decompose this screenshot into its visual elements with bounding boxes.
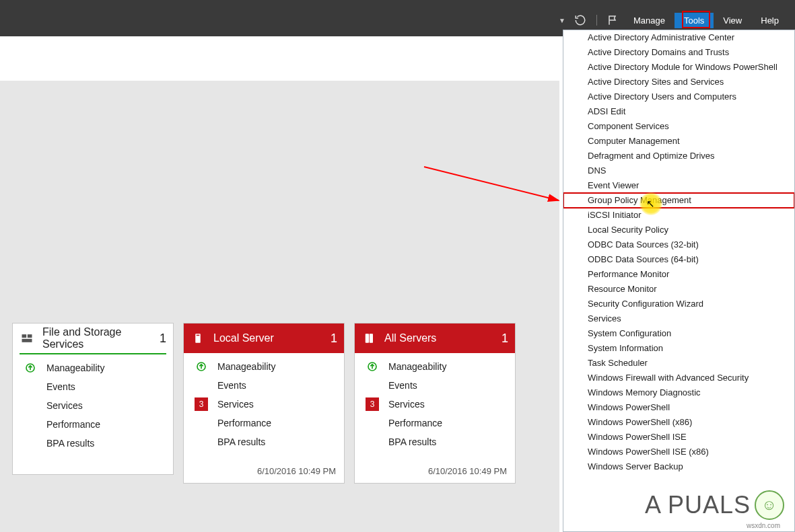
tools-menu-item[interactable]: Computer Management	[563, 134, 794, 149]
tile-row-events[interactable]: Events	[184, 376, 344, 395]
tile-row-performance[interactable]: Performance	[355, 414, 515, 432]
tile-count: 1	[502, 332, 508, 346]
menu-manage[interactable]: Manage	[624, 13, 675, 28]
tools-menu-item[interactable]: Local Security Policy	[563, 223, 794, 237]
server-icon	[191, 331, 205, 346]
tile-row-label: Performance	[388, 418, 442, 428]
flag-icon[interactable]	[605, 12, 621, 28]
tools-menu-item[interactable]: Group Policy Management	[563, 193, 794, 208]
svg-rect-7	[366, 334, 369, 343]
tools-menu-item[interactable]: Windows Memory Diagnostic	[563, 385, 794, 400]
tile-row-label: Performance	[217, 418, 271, 428]
tile-row-label: Performance	[46, 419, 100, 430]
tools-menu-item[interactable]: Windows PowerShell ISE	[563, 430, 794, 445]
tools-menu-item[interactable]: ODBC Data Sources (32-bit)	[563, 237, 794, 252]
tools-menu-item[interactable]: Active Directory Administrative Center	[563, 30, 794, 45]
tools-menu-item[interactable]: ODBC Data Sources (64-bit)	[563, 252, 794, 267]
tools-menu-item[interactable]: Performance Monitor	[563, 267, 794, 282]
tools-menu-item[interactable]: Active Directory Sites and Services	[563, 75, 794, 89]
tile-title: Local Server	[213, 332, 331, 344]
tools-menu-item[interactable]: DNS	[563, 163, 794, 178]
tile-row-label: Manageability	[388, 361, 446, 372]
tools-menu-item[interactable]: Component Services	[563, 119, 794, 134]
tile-row-label: BPA results	[388, 436, 436, 447]
tools-menu-item[interactable]: Active Directory Users and Computers	[563, 89, 794, 104]
tools-menu-item[interactable]: System Information	[563, 341, 794, 356]
dropdown-arrow-icon[interactable]: ▼	[555, 17, 569, 24]
tile-body: Manageability Events 3 Services Performa…	[184, 353, 344, 455]
svg-rect-5	[197, 335, 200, 336]
tools-menu-item[interactable]: Services	[563, 311, 794, 326]
menu-help[interactable]: Help	[751, 13, 788, 28]
tools-menu-item[interactable]: Active Directory Module for Windows Powe…	[563, 60, 794, 75]
tile-row-label: Services	[46, 400, 83, 411]
tools-menu-item[interactable]: Windows PowerShell ISE (x86)	[563, 445, 794, 459]
tile-row-bpa[interactable]: BPA results	[13, 434, 173, 453]
tile-header[interactable]: Local Server 1	[184, 324, 344, 353]
tile-footer	[13, 457, 173, 474]
watermark: A PUALS ☺	[645, 490, 784, 520]
menu-tools[interactable]: Tools	[675, 13, 714, 28]
svg-rect-1	[28, 334, 32, 338]
tools-menu-item[interactable]: Windows Server Backup	[563, 459, 794, 474]
tile-row-events[interactable]: Events	[355, 376, 515, 395]
tile-footer: 6/10/2016 10:49 PM	[184, 455, 344, 483]
menu-view[interactable]: View	[714, 13, 751, 28]
tile-row-services[interactable]: 3 Services	[184, 395, 344, 414]
tile-title: All Servers	[384, 332, 502, 344]
tile-row-label: Events	[46, 381, 75, 392]
tile-count: 1	[331, 332, 337, 346]
tile-row-manageability[interactable]: Manageability	[13, 358, 173, 377]
tools-menu-item[interactable]: Event Viewer	[563, 178, 794, 193]
tile-all-servers[interactable]: All Servers 1 Manageability Events 3 Ser…	[354, 323, 516, 484]
tile-row-performance[interactable]: Performance	[184, 414, 344, 432]
tile-body: Manageability Events Services Performanc…	[13, 354, 173, 457]
tile-row-manageability[interactable]: Manageability	[355, 357, 515, 376]
tools-menu-item[interactable]: Active Directory Domains and Trusts	[563, 45, 794, 60]
tools-menu-item[interactable]: Resource Monitor	[563, 282, 794, 297]
servers-icon	[361, 331, 376, 346]
tile-row-label: Events	[217, 380, 246, 391]
manageability-icon	[366, 360, 379, 373]
tools-dropdown-menu[interactable]: Active Directory Administrative CenterAc…	[563, 30, 795, 532]
tile-row-events[interactable]: Events	[13, 377, 173, 396]
manageability-icon	[24, 361, 37, 375]
tools-menu-item[interactable]: iSCSI Initiator	[563, 208, 794, 223]
svg-rect-2	[22, 339, 32, 342]
watermark-logo-icon: ☺	[755, 490, 784, 520]
svg-rect-0	[22, 334, 27, 338]
tile-file-storage[interactable]: File and Storage Services 1 Manageabilit…	[12, 323, 174, 475]
tile-row-services[interactable]: Services	[13, 396, 173, 415]
tile-body: Manageability Events 3 Services Performa…	[355, 353, 515, 455]
tools-menu-item[interactable]: ADSI Edit	[563, 104, 794, 119]
tile-row-services[interactable]: 3 Services	[355, 395, 515, 414]
tile-header[interactable]: File and Storage Services 1	[13, 324, 173, 353]
alert-badge: 3	[195, 397, 208, 411]
tile-footer: 6/10/2016 10:49 PM	[355, 455, 515, 483]
tools-menu-item[interactable]: Windows PowerShell (x86)	[563, 415, 794, 430]
tools-menu-item[interactable]: System Configuration	[563, 326, 794, 341]
tile-row-label: Manageability	[46, 363, 104, 373]
tile-header[interactable]: All Servers 1	[355, 324, 515, 353]
tile-local-server[interactable]: Local Server 1 Manageability Events 3 Se…	[183, 323, 345, 484]
tile-row-label: Services	[217, 399, 254, 410]
refresh-icon[interactable]	[572, 12, 588, 28]
menu-separator	[596, 15, 597, 26]
watermark-text: A PUALS	[645, 491, 751, 519]
manageability-icon	[195, 360, 208, 373]
tools-menu-item[interactable]: Windows PowerShell	[563, 400, 794, 415]
tile-row-label: BPA results	[46, 438, 94, 449]
tile-row-label: Events	[388, 380, 417, 391]
tools-menu-item[interactable]: Security Configuration Wizard	[563, 297, 794, 311]
tools-menu-item[interactable]: Windows Firewall with Advanced Security	[563, 371, 794, 385]
menu-strip: ▼ Manage Tools View Help	[555, 12, 788, 28]
tile-count: 1	[160, 332, 166, 346]
tile-row-manageability[interactable]: Manageability	[184, 357, 344, 376]
tile-row-bpa[interactable]: BPA results	[184, 432, 344, 451]
tile-row-label: Services	[388, 399, 425, 410]
tools-menu-item[interactable]: Defragment and Optimize Drives	[563, 149, 794, 163]
watermark-sub: wsxdn.com	[747, 522, 780, 529]
tile-row-performance[interactable]: Performance	[13, 415, 173, 434]
tools-menu-item[interactable]: Task Scheduler	[563, 356, 794, 371]
tile-row-bpa[interactable]: BPA results	[355, 432, 515, 451]
